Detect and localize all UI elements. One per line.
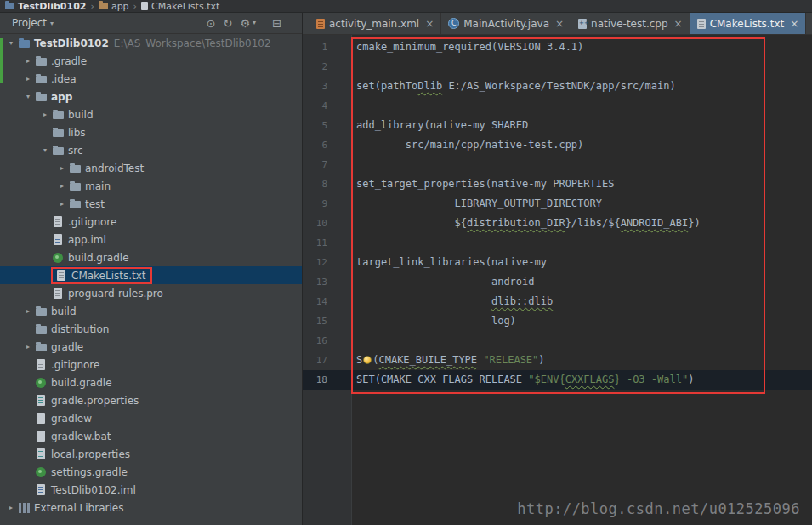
code-line-10[interactable]: 10 ${distribution_DIR}/libs/${ANDROID_AB…	[303, 214, 812, 233]
chevron-right-icon[interactable]: ▸	[39, 111, 51, 118]
code-line-16[interactable]: 16	[303, 331, 812, 351]
tab-native-test-cpp[interactable]: native-test.cpp×	[571, 13, 690, 34]
line-number[interactable]: 18	[303, 370, 351, 390]
tree-item-test[interactable]: ▸test	[0, 195, 302, 213]
tab-activity-main-xml[interactable]: activity_main.xml×	[309, 13, 441, 34]
chevron-right-icon[interactable]: ▸	[5, 504, 17, 511]
tree-item-gradle[interactable]: ▸gradle	[0, 338, 302, 356]
settings-gear-icon[interactable]: ⚙	[240, 18, 250, 29]
code-line-8[interactable]: 8set_target_properties(native-my PROPERT…	[303, 174, 812, 194]
tree-item-build[interactable]: ▸build	[0, 106, 302, 123]
line-number[interactable]: 13	[303, 272, 351, 292]
tree-item-build-gradle[interactable]: build.gradle	[0, 374, 302, 391]
code-line-12[interactable]: 12target_link_libraries(native-my	[303, 253, 812, 272]
line-number[interactable]: 12	[303, 253, 351, 272]
chevron-right-icon[interactable]: ▸	[22, 343, 34, 351]
editor-code[interactable]: 1cmake_minimum_required(VERSION 3.4.1)23…	[303, 35, 812, 525]
line-number[interactable]: 8	[303, 174, 351, 194]
collapse-all-icon[interactable]: ⊟	[272, 18, 281, 29]
line-number[interactable]: 14	[303, 292, 351, 311]
line-number[interactable]: 4	[303, 96, 351, 116]
code-line-14[interactable]: 14 dlib::dlib	[303, 292, 812, 311]
code-line-6[interactable]: 6 src/main/cpp/native-test.cpp)	[303, 135, 812, 155]
tree-item-libs[interactable]: libs	[0, 123, 302, 141]
chevron-down-icon[interactable]: ▾	[22, 93, 34, 100]
tree-item-distribution[interactable]: distribution	[0, 320, 302, 338]
tree-item-testdlib0102-iml[interactable]: TestDlib0102.iml	[0, 481, 302, 499]
code-line-3[interactable]: 3set(pathToDlib E:/AS_Workspace/TestNDK/…	[303, 77, 812, 96]
breadcrumb-item-testdlib0102[interactable]: TestDlib0102	[5, 1, 86, 12]
sync-icon[interactable]: ↻	[224, 18, 233, 29]
line-number[interactable]: 3	[303, 77, 351, 96]
line-number[interactable]: 6	[303, 135, 351, 155]
code-line-17[interactable]: 17S(CMAKE_BUILE_TYPE "RELEASE")	[303, 351, 812, 370]
chevron-right-icon[interactable]: ▸	[22, 57, 34, 65]
tree-item-proguard-rules-pro[interactable]: proguard-rules.pro	[0, 284, 302, 302]
code-line-5[interactable]: 5add_library(native-my SHARED	[303, 116, 812, 135]
code-line-9[interactable]: 9 LIBRARY_OUTPUT_DIRECTORY	[303, 194, 812, 214]
tree-item-idea[interactable]: ▸.idea	[0, 70, 302, 88]
tree-item-local-properties[interactable]: local.properties	[0, 445, 302, 463]
chevron-down-icon[interactable]: ▾	[5, 39, 17, 47]
tree-item-gradlew-bat[interactable]: gradlew.bat	[0, 427, 302, 445]
code-line-15[interactable]: 15 log)	[303, 311, 812, 331]
breadcrumb-item-app[interactable]: app	[99, 1, 129, 12]
code-line-4[interactable]: 4	[303, 96, 812, 116]
tree-item-gitignore[interactable]: .gitignore	[0, 356, 302, 374]
code-line-13[interactable]: 13 android	[303, 272, 812, 292]
tree-item-build[interactable]: ▸build	[0, 302, 302, 320]
tree-item-label: settings.gradle	[51, 466, 128, 478]
line-number[interactable]: 15	[303, 311, 351, 331]
tree-item-settings-gradle[interactable]: settings.gradle	[0, 463, 302, 481]
line-number[interactable]: 16	[303, 331, 351, 351]
line-number[interactable]: 10	[303, 214, 351, 233]
code-line-11[interactable]: 11	[303, 233, 812, 253]
tree-item-app[interactable]: ▾app	[0, 88, 302, 106]
tree-item-app-iml[interactable]: app.iml	[0, 231, 302, 248]
tree-item-main[interactable]: ▸main	[0, 177, 302, 195]
code-line-2[interactable]: 2	[303, 57, 812, 77]
tree-item-gradlew[interactable]: gradlew	[0, 409, 302, 427]
tree-item-label: gradlew.bat	[51, 431, 111, 442]
tree-item-gitignore[interactable]: .gitignore	[0, 213, 302, 231]
intention-bulb-icon[interactable]	[363, 356, 372, 364]
chevron-right-icon[interactable]: ▸	[22, 307, 34, 315]
close-icon[interactable]: ×	[555, 18, 564, 30]
close-icon[interactable]: ×	[790, 18, 798, 30]
code-line-18[interactable]: 18SET(CMAKE_CXX_FLAGS_RELEASE "$ENV{CXXF…	[303, 370, 812, 390]
tree-item-testdlib0102[interactable]: ▾TestDlib0102E:\AS_Workspace\TestDlib010…	[0, 34, 302, 52]
tree-item-src[interactable]: ▾src	[0, 141, 302, 159]
line-number[interactable]: 2	[303, 57, 351, 77]
line-number[interactable]: 17	[303, 351, 351, 370]
text-file-icon	[697, 19, 706, 29]
breadcrumb-item-cmakelists-txt[interactable]: CMakeLists.txt	[141, 1, 219, 12]
code-text: add_library(native-my SHARED	[351, 116, 528, 135]
line-number[interactable]: 1	[303, 37, 351, 57]
close-icon[interactable]: ×	[425, 18, 434, 30]
project-panel-title[interactable]: Project ▾	[12, 17, 54, 29]
code-line-1[interactable]: 1cmake_minimum_required(VERSION 3.4.1)	[303, 37, 812, 57]
close-icon[interactable]: ×	[674, 18, 683, 30]
tree-item-androidtest[interactable]: ▸androidTest	[0, 159, 302, 177]
folder-icon	[51, 110, 65, 119]
gear-chevron-icon[interactable]: ▾	[253, 20, 256, 26]
locate-icon[interactable]: ⊙	[207, 18, 216, 29]
code-line-7[interactable]: 7	[303, 155, 812, 174]
tree-item-label: build	[68, 109, 94, 121]
tree-item-external-libraries[interactable]: ▸External Libraries	[0, 499, 302, 516]
chevron-right-icon[interactable]: ▸	[56, 164, 68, 172]
line-number[interactable]: 5	[303, 116, 351, 135]
tab-cmakelists-txt[interactable]: CMakeLists.txt×	[690, 13, 807, 34]
chevron-right-icon[interactable]: ▸	[22, 75, 34, 83]
tree-item-gradle[interactable]: ▸.gradle	[0, 52, 302, 70]
line-number[interactable]: 11	[303, 233, 351, 253]
tab-mainactivity-java[interactable]: MainActivity.java×	[441, 13, 571, 34]
line-number[interactable]: 7	[303, 155, 351, 174]
chevron-right-icon[interactable]: ▸	[56, 182, 68, 190]
chevron-right-icon[interactable]: ▸	[56, 200, 68, 208]
chevron-down-icon[interactable]: ▾	[39, 146, 51, 154]
tree-item-build-gradle[interactable]: build.gradle	[0, 248, 302, 266]
line-number[interactable]: 9	[303, 194, 351, 214]
tree-item-cmakelists-txt[interactable]: CMakeLists.txt	[0, 266, 302, 284]
tree-item-gradle-properties[interactable]: gradle.properties	[0, 391, 302, 409]
